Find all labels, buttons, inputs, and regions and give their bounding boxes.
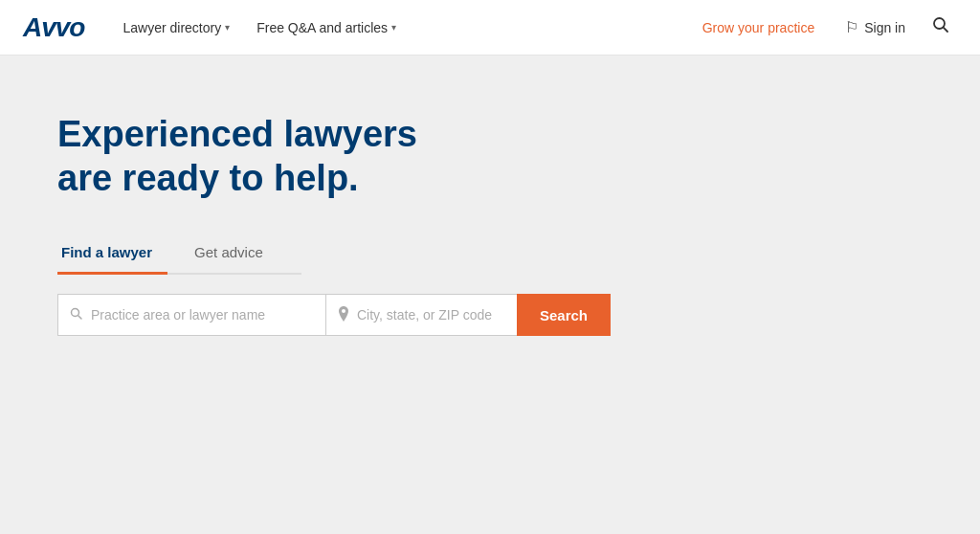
svg-line-1: [944, 28, 947, 32]
header-search-icon[interactable]: [924, 9, 957, 46]
chevron-down-icon: ▾: [225, 22, 230, 33]
location-input[interactable]: [357, 307, 505, 323]
svg-point-4: [342, 309, 345, 313]
grow-practice-link[interactable]: Grow your practice: [691, 12, 826, 43]
person-icon: ⚐: [845, 18, 858, 36]
nav-qa-articles[interactable]: Free Q&A and articles ▾: [245, 12, 408, 43]
location-search-field: [325, 294, 517, 336]
location-pin-icon: [338, 306, 349, 324]
hero-title: Experienced lawyers are ready to help.: [57, 113, 459, 200]
practice-area-input[interactable]: [91, 307, 314, 323]
nav-lawyer-directory[interactable]: Lawyer directory ▾: [111, 12, 241, 43]
avvo-logo[interactable]: Avvo: [23, 12, 84, 43]
main-header: Avvo Lawyer directory ▾ Free Q&A and art…: [0, 0, 980, 56]
main-nav: Lawyer directory ▾ Free Q&A and articles…: [111, 12, 690, 43]
svg-line-3: [78, 315, 81, 318]
sign-in-button[interactable]: ⚐ Sign in: [834, 11, 917, 44]
tab-find-lawyer[interactable]: Find a lawyer: [57, 234, 167, 275]
search-bar: Search: [57, 294, 923, 336]
tab-get-advice[interactable]: Get advice: [190, 234, 278, 275]
search-button[interactable]: Search: [517, 294, 611, 336]
practice-search-field: [57, 294, 325, 336]
hero-section: Experienced lawyers are ready to help. F…: [0, 56, 980, 534]
nav-right: Grow your practice ⚐ Sign in: [691, 9, 957, 46]
search-tabs: Find a lawyer Get advice: [57, 234, 301, 275]
search-icon: [70, 307, 83, 323]
chevron-down-icon: ▾: [391, 22, 396, 33]
